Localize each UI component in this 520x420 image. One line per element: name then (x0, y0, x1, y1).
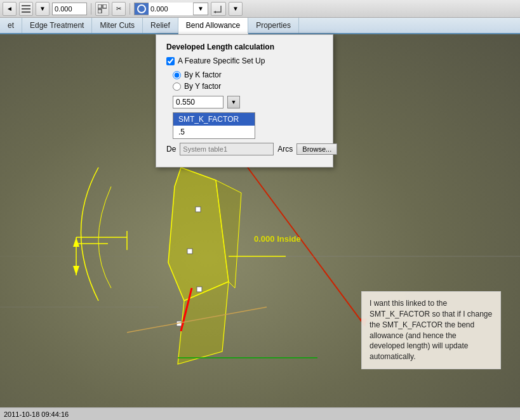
dropdown-item-05[interactable]: .5 (173, 126, 255, 138)
checkbox-row: A Feature Specific Set Up (166, 56, 323, 65)
radio-k-factor-row: By K factor (166, 70, 323, 79)
tab-bend-allowance[interactable]: Bend Allowance (178, 18, 248, 34)
tab-properties[interactable]: Properties (248, 18, 299, 33)
svg-marker-7 (213, 11, 216, 13)
svg-rect-2 (22, 11, 30, 13)
svg-point-6 (138, 5, 145, 13)
radio-y-factor-label: By Y factor (184, 82, 221, 91)
feature-specific-label: A Feature Specific Set Up (178, 56, 265, 65)
field-row: 0.550 ▼ (166, 96, 323, 108)
toolbar-separator-2 (130, 3, 130, 15)
dev-row: De Arcs Browse... (166, 143, 323, 155)
dropdown-item-smt[interactable]: SMT_K_FACTOR (173, 113, 255, 126)
toolbar-input-1[interactable]: 0.000 (52, 3, 87, 15)
svg-rect-4 (103, 4, 107, 8)
k-factor-dropdown-btn[interactable]: ▼ (227, 96, 240, 108)
toolbar-scissors-btn[interactable]: ✂ (112, 2, 126, 16)
menu-bar: et Edge Treatment Miter Cuts Relief Bend… (0, 18, 520, 34)
dialog-title: Developed Length calculation (166, 43, 323, 51)
toolbar-extra-btn[interactable]: ▼ (229, 2, 243, 16)
tab-miter-cuts[interactable]: Miter Cuts (92, 18, 143, 33)
dev-label: De (166, 145, 176, 154)
radio-k-factor[interactable] (173, 71, 181, 79)
k-factor-input[interactable]: 0.550 (173, 96, 223, 108)
toolbar-icon-btn[interactable] (19, 2, 33, 16)
browse-button[interactable]: Browse... (297, 143, 337, 155)
system-table-input[interactable] (180, 143, 274, 155)
inside-label: 0.000 Inside (254, 234, 301, 244)
radio-y-factor-row: By Y factor (166, 82, 323, 91)
svg-rect-1 (22, 8, 30, 10)
toolbar-back-btn[interactable]: ◄ (3, 2, 17, 16)
toolbar-dropdown-2-btn[interactable]: ▼ (194, 2, 208, 16)
dialog-panel: Developed Length calculation A Feature S… (156, 34, 333, 167)
toolbar-confirm-btn[interactable] (211, 2, 226, 16)
svg-rect-0 (22, 5, 30, 6)
feature-specific-checkbox[interactable] (166, 57, 175, 65)
toolbar-dropdown-btn[interactable]: ▼ (36, 2, 50, 16)
tab-relief[interactable]: Relief (143, 18, 178, 33)
annotation-box: I want this linked to the SMT_K_FACTOR s… (361, 291, 501, 369)
dropdown-list: SMT_K_FACTOR .5 (173, 112, 255, 139)
tab-edge-treatment[interactable]: Edge Treatment (22, 18, 92, 33)
radio-y-factor[interactable] (173, 82, 181, 91)
svg-rect-5 (98, 10, 102, 13)
toolbar-input-2[interactable]: 0.000 (149, 3, 193, 15)
toolbar-separator-1 (91, 3, 91, 15)
status-bar: 2011-10-18 09:44:16 (0, 407, 520, 420)
arcs-label: Arcs (277, 145, 293, 154)
tab-et[interactable]: et (0, 18, 22, 33)
toolbar-grid-btn[interactable] (95, 2, 109, 16)
radio-k-factor-label: By K factor (184, 70, 222, 79)
timestamp: 2011-10-18 09:44:16 (4, 410, 69, 418)
annotation-text: I want this linked to the SMT_K_FACTOR s… (370, 299, 492, 361)
svg-rect-3 (98, 4, 102, 8)
toolbar: ◄ ▼ 0.000 ✂ 0.000 ▼ ▼ (0, 0, 520, 18)
